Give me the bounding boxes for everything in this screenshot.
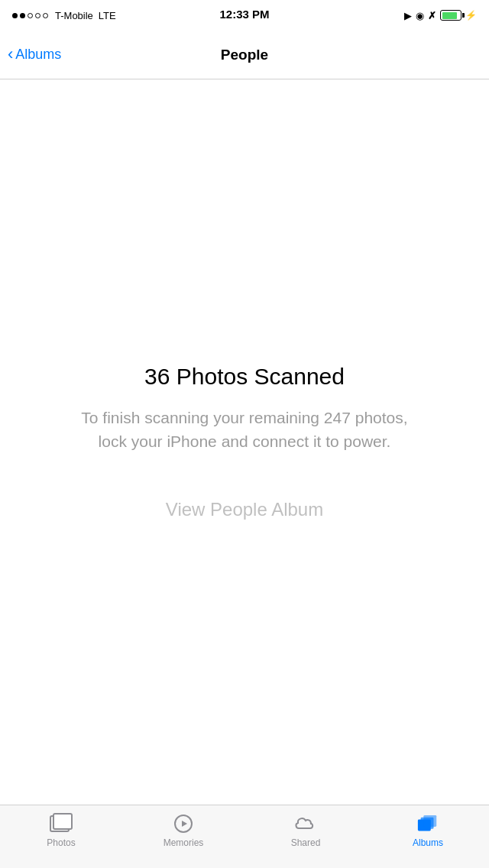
page-title: People	[221, 47, 268, 63]
photos-tab-label: Photos	[47, 837, 75, 848]
main-content: 36 Photos Scanned To finish scanning you…	[0, 79, 489, 805]
memories-tab-label: Memories	[164, 837, 204, 848]
albums-tab-icon	[416, 813, 439, 834]
signal-dot-4	[35, 13, 40, 18]
status-time: 12:33 PM	[219, 8, 269, 21]
tab-albums[interactable]: Albums	[378, 813, 478, 848]
alarm-icon: ◉	[416, 10, 424, 21]
svg-rect-6	[423, 815, 436, 827]
shared-tab-icon	[294, 813, 317, 834]
status-bar: T-Mobile LTE 12:33 PM ▶ ◉ ✗ ⚡	[0, 0, 489, 31]
back-button[interactable]: ‹ Albums	[8, 47, 61, 63]
network-type: LTE	[99, 10, 116, 21]
tab-photos[interactable]: Photos	[11, 813, 111, 848]
scanned-title: 36 Photos Scanned	[144, 364, 345, 390]
status-left: T-Mobile LTE	[12, 10, 116, 21]
status-right: ▶ ◉ ✗ ⚡	[404, 10, 477, 21]
battery-icon	[440, 10, 461, 21]
signal-dots	[12, 13, 48, 18]
tab-shared[interactable]: Shared	[256, 813, 355, 848]
charging-icon: ⚡	[465, 10, 477, 21]
location-icon: ▶	[404, 10, 412, 21]
signal-dot-5	[43, 13, 48, 18]
back-label: Albums	[15, 47, 61, 63]
albums-tab-label: Albums	[413, 837, 443, 848]
tab-memories[interactable]: Memories	[134, 813, 233, 848]
signal-dot-3	[28, 13, 33, 18]
signal-dot-1	[12, 13, 18, 18]
carrier-name: T-Mobile	[55, 10, 93, 21]
photos-tab-icon	[50, 813, 73, 834]
view-people-album-button[interactable]: View People Album	[166, 499, 323, 520]
back-chevron-icon: ‹	[8, 46, 13, 63]
memories-tab-icon	[172, 813, 195, 834]
signal-dot-2	[20, 13, 25, 18]
shared-tab-label: Shared	[291, 837, 321, 848]
tab-bar: Photos Memories Shared	[0, 805, 489, 868]
battery-fill	[442, 12, 458, 19]
svg-rect-1	[53, 814, 72, 829]
svg-marker-3	[182, 821, 187, 827]
nav-bar: ‹ Albums People	[0, 31, 489, 79]
bluetooth-icon: ✗	[428, 10, 436, 21]
scanned-description: To finish scanning your remaining 247 ph…	[69, 406, 420, 453]
